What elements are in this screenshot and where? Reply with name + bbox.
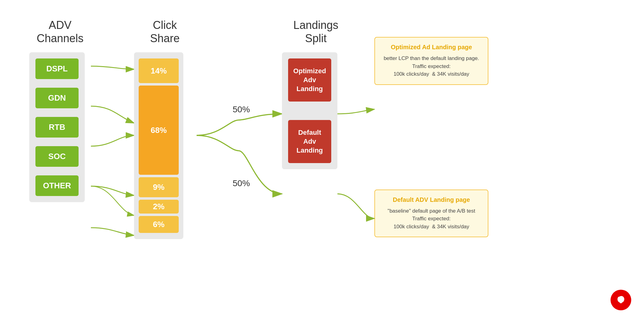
main-container: ADVChannels DSPL GDN RTB SOC OTHER Click… bbox=[0, 0, 644, 320]
info-card-default: Default ADV Landing page "baseline" defa… bbox=[374, 190, 488, 238]
split-label-top: 50% bbox=[233, 105, 250, 114]
adv-channels-bg: DSPL GDN RTB SOC OTHER bbox=[29, 52, 85, 202]
click-share-6: 6% bbox=[139, 216, 179, 233]
adv-box-dspl: DSPL bbox=[35, 58, 79, 79]
click-share-14: 14% bbox=[139, 58, 179, 83]
info-card-optimized-title: Optimized Ad Landing page bbox=[382, 44, 480, 51]
landings-split-bg: OptimizedAdvLanding DefaultAdvLanding bbox=[282, 52, 337, 169]
vodafone-logo bbox=[610, 289, 632, 311]
diagram-wrapper: ADVChannels DSPL GDN RTB SOC OTHER Click… bbox=[29, 18, 615, 302]
click-share-column: ClickShare 14% 68% 9% 2% 6% bbox=[134, 18, 196, 239]
landings-split-column: LandingsSplit OptimizedAdvLanding Defaul… bbox=[282, 18, 350, 169]
info-card-default-text: "baseline" default page of the A/B testT… bbox=[382, 207, 480, 231]
landing-optimized: OptimizedAdvLanding bbox=[288, 58, 331, 102]
split-label-bottom: 50% bbox=[233, 178, 250, 188]
click-share-bg: 14% 68% 9% 2% 6% bbox=[134, 52, 183, 239]
click-share-9: 9% bbox=[139, 177, 179, 197]
click-share-2: 2% bbox=[139, 200, 179, 214]
click-share-68: 68% bbox=[139, 86, 179, 175]
info-card-default-title: Default ADV Landing page bbox=[382, 196, 480, 203]
adv-box-rtb: RTB bbox=[35, 117, 79, 138]
adv-channels-title: ADVChannels bbox=[29, 18, 91, 45]
landing-default: DefaultAdvLanding bbox=[288, 120, 331, 163]
info-cards-column: Optimized Ad Landing page better LCP tha… bbox=[374, 37, 488, 237]
adv-box-soc: SOC bbox=[35, 146, 79, 167]
vodafone-icon bbox=[610, 289, 632, 311]
adv-box-gdn: GDN bbox=[35, 88, 79, 108]
adv-box-other: OTHER bbox=[35, 175, 79, 196]
landings-split-title: LandingsSplit bbox=[282, 18, 350, 45]
click-share-title: ClickShare bbox=[134, 18, 196, 45]
adv-channels-column: ADVChannels DSPL GDN RTB SOC OTHER bbox=[29, 18, 91, 202]
info-card-optimized: Optimized Ad Landing page better LCP tha… bbox=[374, 37, 488, 85]
info-card-optimized-text: better LCP than the default landing page… bbox=[382, 54, 480, 78]
